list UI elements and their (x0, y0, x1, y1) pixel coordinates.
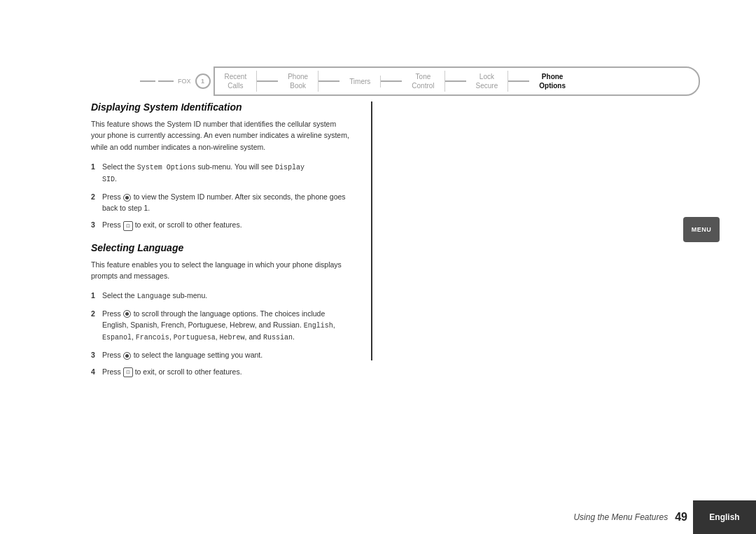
section-2-title: Selecting Language (91, 242, 350, 253)
list-item: 4 Press ⊡ to exit, or scroll to other fe… (91, 366, 350, 377)
tab-recent-calls-label: RecentCalls (225, 72, 247, 90)
tab-timers-label: Timers (349, 77, 370, 86)
tab-recent-calls[interactable]: RecentCalls (215, 71, 258, 92)
mono-text: Espanol (102, 334, 132, 342)
tab-tone-control-label: ToneControl (412, 72, 434, 90)
step-content: Press to select the language setting you… (102, 349, 350, 360)
connector-5 (508, 80, 529, 82)
tab-lock-secure[interactable]: LockSecure (466, 71, 509, 92)
mono-text: Portuguesa (174, 334, 216, 342)
list-item: 2 Press to view the System ID number. Af… (91, 191, 350, 214)
connector-line-5 (508, 80, 529, 82)
section-2-steps: 1 Select the Language sub-menu. 2 Press … (91, 290, 350, 377)
step-num: 3 (91, 349, 98, 360)
step-content: Press ⊡ to exit, or scroll to other feat… (102, 219, 350, 230)
tab-phone-options[interactable]: PhoneOptions (529, 71, 575, 92)
bottom-bar: Using the Menu Features 49 English (0, 500, 756, 534)
connector-line-1 (257, 80, 278, 82)
step-num: 1 (91, 161, 98, 185)
list-item: 1 Select the System Options sub-menu. Yo… (91, 161, 350, 185)
mono-text: Russian (263, 334, 293, 342)
step-num: 3 (91, 219, 98, 230)
main-content: Displaying System Identification This fe… (91, 101, 686, 478)
section-2-intro: This feature enables you to select the l… (91, 259, 350, 282)
step-content: Select the Language sub-menu. (102, 290, 350, 302)
section-1-title: Displaying System Identification (91, 101, 350, 113)
step-content: Press to view the System ID number. Afte… (102, 191, 350, 214)
circle-icon (123, 352, 131, 360)
menu-button-label: MENU (692, 226, 712, 233)
page-container: FOX 1 RecentCalls PhoneBook Timers (0, 0, 756, 534)
list-item: 1 Select the Language sub-menu. (91, 290, 350, 302)
footer-italic-text: Using the Menu Features (573, 512, 668, 522)
menu-icon: ⊡ (123, 221, 133, 231)
section-1-steps: 1 Select the System Options sub-menu. Yo… (91, 161, 350, 231)
nav-circle: 1 (195, 73, 211, 89)
footer-page-number: 49 (675, 511, 687, 524)
list-item: 3 Press to select the language setting y… (91, 349, 350, 360)
nav-bar: FOX 1 RecentCalls PhoneBook Timers (140, 66, 700, 96)
connector-4 (445, 80, 466, 82)
section-displaying-system-id: Displaying System Identification This fe… (91, 101, 350, 231)
tab-tone-control[interactable]: ToneControl (402, 71, 444, 92)
step-content: Press to scroll through the language opt… (102, 308, 350, 344)
connector-line-3 (381, 80, 402, 82)
nav-line-2 (158, 80, 174, 82)
nav-line-1 (140, 80, 155, 82)
nav-prefix: FOX 1 (140, 73, 211, 89)
tab-timers[interactable]: Timers (340, 76, 381, 87)
menu-icon: ⊡ (123, 367, 133, 377)
section-1-intro: This feature shows the System ID number … (91, 118, 350, 153)
nav-tab-group: RecentCalls PhoneBook Timers (214, 66, 700, 96)
connector-line-4 (445, 80, 466, 82)
step-num: 2 (91, 308, 98, 344)
step-content: Press ⊡ to exit, or scroll to other feat… (102, 366, 350, 377)
menu-button[interactable]: MENU (683, 217, 720, 242)
step-num: 1 (91, 290, 98, 302)
language-label: English (709, 512, 739, 522)
nav-fox-label: FOX (178, 78, 191, 85)
list-item: 2 Press to scroll through the language o… (91, 308, 350, 344)
mono-text: Francois (136, 334, 169, 342)
language-badge: English (693, 500, 756, 534)
connector-line-2 (318, 80, 340, 82)
connector-1 (257, 80, 278, 82)
list-item: 3 Press ⊡ to exit, or scroll to other fe… (91, 219, 350, 230)
circle-icon (123, 194, 131, 202)
mono-text: English (304, 322, 333, 330)
section-selecting-language: Selecting Language This feature enables … (91, 242, 350, 378)
mono-text: Language (137, 293, 171, 300)
circle-icon (123, 310, 131, 318)
connector-2 (318, 80, 340, 82)
content-left: Displaying System Identification This fe… (91, 101, 364, 377)
tab-phone-book[interactable]: PhoneBook (278, 71, 318, 92)
mono-text: System Options (137, 164, 196, 171)
step-num: 2 (91, 191, 98, 214)
tab-lock-secure-label: LockSecure (476, 72, 498, 90)
step-content: Select the System Options sub-menu. You … (102, 161, 350, 185)
mono-text: Hebrew (220, 334, 245, 342)
mono-text: DisplaySID (102, 164, 304, 184)
tab-phone-book-label: PhoneBook (288, 72, 308, 90)
tab-phone-options-label: PhoneOptions (539, 72, 566, 90)
connector-3 (381, 80, 402, 82)
step-num: 4 (91, 366, 98, 377)
